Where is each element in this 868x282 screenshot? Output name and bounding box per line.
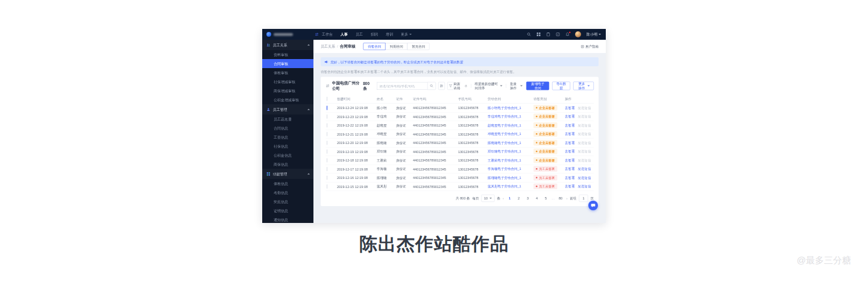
sign-action-link[interactable]: 去签署 <box>565 149 575 153</box>
search-icon[interactable] <box>527 33 531 37</box>
sidebar-item-工资信息[interactable]: 工资信息 <box>262 133 313 142</box>
sidebar-item-商保增减审核[interactable]: 商保增减审核 <box>262 86 313 95</box>
export-data-button[interactable]: 导出数据 <box>552 82 570 90</box>
row-checkbox[interactable] <box>327 158 327 162</box>
search-input[interactable] <box>377 82 427 90</box>
row-checkbox[interactable] <box>327 184 327 189</box>
advanced-search-button[interactable] <box>438 82 445 90</box>
sidebar-item-体检审核[interactable]: 体检审核 <box>262 68 313 77</box>
sidebar-item-社保增减审核[interactable]: 社保增减审核 <box>262 77 313 86</box>
tab-暂无合同[interactable]: 暂无合同 <box>407 43 430 50</box>
row-checkbox[interactable] <box>327 132 327 136</box>
clipboard-icon[interactable] <box>546 33 550 37</box>
sidebar-item-奖惩信息[interactable]: 奖惩信息 <box>262 197 313 206</box>
sidebar-item-合同审核[interactable]: 合同审核 <box>262 59 313 68</box>
bell-icon[interactable] <box>565 33 570 37</box>
contract-link[interactable]: 王雅莉电子劳动合同_1 <box>488 158 521 162</box>
more-actions-button[interactable]: 更多操作 <box>573 82 594 90</box>
sign-action-link[interactable]: 去签署 <box>565 158 575 162</box>
send-sms-action-link[interactable]: 发送短信 <box>578 184 591 188</box>
batch-actions-dropdown[interactable]: 批量操作 <box>510 81 523 90</box>
topnav-item[interactable]: 人事 <box>341 32 348 37</box>
sign-action-link[interactable]: 去签署 <box>565 114 575 118</box>
contract-link[interactable]: 李佳琦电子劳动合同_1 <box>488 114 521 118</box>
sidebar-group-员工关系[interactable]: 员工关系 <box>262 40 313 50</box>
page-button-4[interactable]: 4 <box>533 195 540 201</box>
contract-link[interactable]: 郑欣璐电子劳动合同_1 <box>488 149 521 153</box>
sign-action-link[interactable]: 去签署 <box>565 184 575 188</box>
topnav-item[interactable]: 工作台 <box>322 32 333 37</box>
user-menu[interactable]: 陈小明 <box>587 32 601 37</box>
refresh-table-link[interactable]: 刷新表格 <box>454 81 467 90</box>
sidebar-item-员工花名册[interactable]: 员工花名册 <box>262 114 313 124</box>
page-button-5[interactable]: 5 <box>542 195 549 201</box>
company-name[interactable]: 中国电信广州分公司 <box>332 81 361 92</box>
breadcrumb-parent[interactable]: 员工关系 <box>321 44 335 49</box>
sidebar-item-公积金信息[interactable]: 公积金信息 <box>262 151 313 160</box>
goto-page-input[interactable] <box>579 195 588 202</box>
page-button-80[interactable]: 80 <box>558 195 564 201</box>
page-button-2[interactable]: 2 <box>515 195 522 201</box>
sign-action-link[interactable]: 去签署 <box>565 167 575 171</box>
row-checkbox[interactable] <box>327 123 327 127</box>
send-sms-action-link[interactable]: 发送短信 <box>578 167 591 171</box>
contract-link[interactable]: 李海楠电子劳动合同_1 <box>488 167 521 171</box>
row-checkbox[interactable] <box>327 140 327 145</box>
topnav-item[interactable]: 更多 <box>401 32 412 37</box>
send-sms-action-link[interactable]: 发送短信 <box>578 176 591 180</box>
switch-company-icon[interactable] <box>326 84 330 88</box>
status-badge: 企业未签署 <box>533 131 557 137</box>
user-guide-link[interactable]: 用户指南 <box>581 44 599 49</box>
sign-action-link[interactable]: 去签署 <box>565 141 575 145</box>
refresh-icon <box>465 84 467 88</box>
sidebar-item-证明信息[interactable]: 证明信息 <box>262 206 313 215</box>
cell-phone: 13012345678 <box>457 156 486 165</box>
per-page-select[interactable]: 10 <box>482 195 495 202</box>
next-page-button[interactable]: › <box>567 196 568 200</box>
search-submit-button[interactable] <box>427 82 436 90</box>
filter-button[interactable] <box>447 82 454 90</box>
prev-page-button[interactable]: ‹ <box>503 196 504 200</box>
row-checkbox[interactable] <box>327 175 327 180</box>
sort-dropdown[interactable]: 根据最新创建时间排序 <box>475 81 503 90</box>
sidebar-item-体检信息[interactable]: 体检信息 <box>262 179 313 188</box>
sign-action-link[interactable]: 去签署 <box>565 176 575 180</box>
tab-到期合同[interactable]: 到期合同 <box>385 43 407 50</box>
row-checkbox[interactable] <box>327 105 327 110</box>
app-switcher-icon[interactable] <box>315 33 319 37</box>
page-button-1[interactable]: 1 <box>506 195 513 201</box>
sidebar-item-通知信息[interactable]: 通知信息 <box>262 215 313 223</box>
topnav-item[interactable]: 培训 <box>386 32 393 37</box>
tab-待签合同[interactable]: 待签合同 <box>363 43 386 50</box>
contract-link[interactable]: 陈小明电子劳动合同_1 <box>488 106 521 110</box>
add-contract-button[interactable]: 新增电子合同 <box>526 82 549 90</box>
cell-name: 赵晓雯 <box>376 121 395 130</box>
row-checkbox[interactable] <box>327 114 327 119</box>
sign-action-link[interactable]: 去签署 <box>565 132 575 136</box>
sidebar-item-社保信息[interactable]: 社保信息 <box>262 142 313 151</box>
sidebar-item-考勤信息[interactable]: 考勤信息 <box>262 188 313 197</box>
page-button-3[interactable]: 3 <box>524 195 531 201</box>
topnav-item[interactable]: 招聘 <box>371 32 378 37</box>
sidebar-item-资料审核[interactable]: 资料审核 <box>262 50 313 59</box>
topnav-item[interactable]: 员工 <box>356 32 363 37</box>
sidebar-item-商保信息[interactable]: 商保信息 <box>262 160 313 169</box>
sign-action-link[interactable]: 去签署 <box>565 106 575 110</box>
contract-link[interactable]: 蓝其彤电子劳动合同_1 <box>488 184 521 188</box>
row-checkbox[interactable] <box>327 149 327 154</box>
contract-link[interactable]: 陈晓璐电子劳动合同_1 <box>488 141 521 145</box>
apps-grid-icon[interactable] <box>536 33 541 37</box>
contract-link[interactable]: 邓晓雯电子劳动合同_1 <box>488 132 521 136</box>
row-checkbox[interactable] <box>327 167 327 171</box>
sign-action-link[interactable]: 去签署 <box>565 124 575 127</box>
sidebar-group-功能管理[interactable]: 功能管理 <box>262 169 313 179</box>
chat-fab-button[interactable] <box>588 201 598 210</box>
select-all-checkbox[interactable] <box>327 96 327 101</box>
contract-link[interactable]: 陈瑾璐电子劳动合同_1 <box>488 176 521 180</box>
sidebar-item-公积金增减审核[interactable]: 公积金增减审核 <box>262 95 313 104</box>
sidebar-item-合同信息[interactable]: 合同信息 <box>262 124 313 133</box>
contract-link[interactable]: 赵晓雯电子劳动合同_1 <box>488 124 521 127</box>
sidebar-group-员工管理[interactable]: 员工管理 <box>262 104 313 114</box>
avatar[interactable] <box>575 31 581 37</box>
form-edit-icon[interactable] <box>556 33 560 37</box>
